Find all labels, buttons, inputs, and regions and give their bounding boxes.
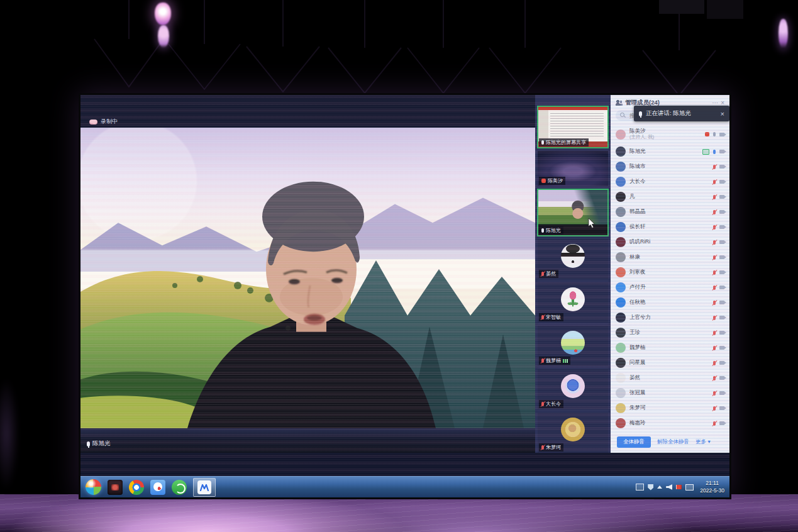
participant-name: 卢付升	[629, 284, 709, 291]
participant-name: 凡	[629, 194, 709, 200]
close-icon[interactable]: ×	[721, 110, 724, 118]
desk-foreground	[80, 428, 535, 453]
camera-status-icon	[719, 361, 724, 365]
participant-name: 刘寒夜	[629, 269, 709, 275]
participant-row[interactable]: 问星晨	[616, 355, 724, 370]
show-hidden-icons[interactable]	[657, 485, 662, 489]
participant-row[interactable]: 任秋艳	[616, 295, 724, 310]
participant-avatar	[616, 130, 626, 140]
participant-avatar	[616, 162, 626, 172]
participant-avatar	[616, 388, 626, 398]
participant-row[interactable]: 卢付升	[616, 280, 724, 295]
participant-avatar	[616, 313, 626, 323]
input-method-icon[interactable]	[636, 484, 644, 490]
participant-row[interactable]: 张冠晨	[616, 385, 724, 401]
tencent-meeting-taskbar-button[interactable]	[193, 478, 216, 497]
participant-avatar	[616, 267, 626, 277]
participant-row[interactable]: 叽叽RiRi	[616, 235, 724, 250]
mic-status-icon	[713, 391, 716, 396]
camera-status-icon	[719, 421, 724, 425]
mic-status-icon	[713, 165, 716, 169]
camera-status-icon	[719, 165, 724, 169]
participant-avatar	[561, 418, 585, 441]
participant-row[interactable]: 上官兮力	[616, 310, 724, 325]
camera-status-icon	[719, 240, 724, 244]
video-thumbnail[interactable]: 晏然	[538, 239, 608, 279]
video-thumbnail[interactable]: 朱梦珂	[538, 413, 608, 453]
participant-name: 大长今	[546, 401, 561, 407]
speaking-text: 正在讲话: 陈旭光	[646, 109, 717, 118]
thumbnail-label: 宋智敏	[539, 313, 563, 321]
participant-name: 张冠晨	[629, 390, 709, 396]
participant-avatar	[616, 237, 626, 247]
video-thumbnail[interactable]: 陈旭光	[538, 189, 608, 236]
mic-status-icon	[713, 361, 716, 365]
media-player-icon[interactable]	[108, 480, 123, 495]
participant-row[interactable]: 陈旭光	[616, 144, 724, 159]
participant-avatar	[561, 331, 585, 355]
security-shield-icon[interactable]	[648, 484, 653, 490]
participant-avatar	[561, 374, 585, 398]
mic-status-icon	[541, 315, 544, 319]
mic-status-icon	[713, 421, 716, 426]
mic-status-icon	[713, 240, 716, 245]
virtual-background-image	[80, 128, 535, 428]
video-thumbnail[interactable]: 陈美汐	[538, 151, 608, 186]
mic-status-icon	[713, 285, 716, 290]
participant-name: 韩晶晶	[629, 209, 709, 215]
participant-row[interactable]: 陈城市	[616, 159, 724, 174]
participant-name: 问星晨	[629, 360, 709, 366]
participant-row[interactable]: 陈美汐 (主持人, 我)	[616, 125, 724, 144]
mic-status-icon	[541, 358, 544, 363]
mute-all-button[interactable]: 全体静音	[617, 436, 651, 448]
network-icon[interactable]	[685, 484, 694, 490]
speaker-name: 陈旭光	[92, 440, 111, 448]
participant-name: 宋智敏	[546, 314, 561, 321]
participant-avatar	[616, 222, 626, 232]
security-app-icon[interactable]	[172, 480, 187, 495]
mic-status-icon	[713, 195, 716, 199]
video-thumbnail[interactable]: 宋智敏	[538, 282, 608, 323]
mic-status-icon	[713, 301, 716, 305]
participant-name: 陈城市	[629, 163, 709, 170]
participant-avatar	[616, 252, 626, 262]
camera-status-icon	[719, 346, 724, 350]
stage-rigging	[0, 0, 798, 107]
participant-row[interactable]: 凡	[616, 189, 724, 204]
participant-row[interactable]: 晏然	[616, 370, 724, 385]
participant-row[interactable]: 朱梦珂	[616, 401, 724, 416]
participant-row[interactable]: 刘寒夜	[616, 265, 724, 280]
participant-row[interactable]: 王珍	[616, 325, 724, 340]
unmute-all-button[interactable]: 解除全体静音	[657, 438, 689, 446]
video-thumbnail[interactable]: 陈旭光的屏幕共享	[538, 106, 608, 148]
windows-start-icon[interactable]	[86, 479, 101, 495]
taskbar-clock[interactable]: 21:11 2022-5-30	[700, 480, 724, 494]
recording-label: 录制中	[101, 118, 118, 126]
participant-name: 朱梦珂	[629, 405, 709, 411]
clock-time: 21:11	[700, 480, 724, 487]
microphone-icon	[639, 111, 642, 116]
participant-row[interactable]: 侯长轩	[616, 219, 724, 235]
network-signal-icon	[563, 359, 568, 363]
participant-row[interactable]: 韩晶晶	[616, 204, 724, 219]
participant-name: 梅惠玲	[629, 420, 709, 426]
video-thumbnail[interactable]: 大长今	[538, 369, 608, 409]
tencent-qq-icon[interactable]	[150, 480, 165, 495]
camera-status-icon	[719, 285, 724, 289]
participant-name: 晏然	[629, 375, 709, 381]
video-thumbnail[interactable]: 魏梦楠	[538, 326, 608, 366]
chrome-icon[interactable]	[129, 480, 144, 495]
participant-row[interactable]: 大长今	[616, 174, 724, 189]
volume-icon[interactable]	[666, 484, 672, 490]
more-button[interactable]: 更多 ▾	[695, 438, 711, 446]
participant-row[interactable]: 林康	[616, 250, 724, 265]
thumbnail-label: 大长今	[539, 400, 563, 408]
notification-flag-icon[interactable]	[676, 485, 682, 489]
system-tray: 21:11 2022-5-30	[636, 480, 724, 494]
participant-row[interactable]: 梅惠玲	[616, 416, 724, 431]
participant-name: 叽叽RiRi	[629, 239, 709, 245]
main-video	[80, 128, 535, 428]
participant-name: 侯长轩	[629, 224, 709, 230]
camera-status-icon	[719, 225, 724, 229]
participant-row[interactable]: 魏梦楠	[616, 340, 724, 355]
